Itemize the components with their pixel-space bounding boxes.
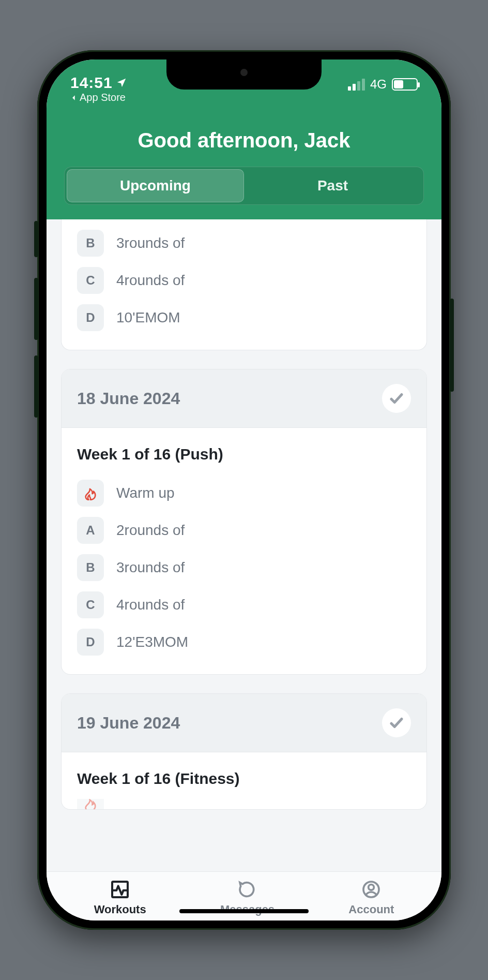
workout-list[interactable]: B 3rounds of C 4rounds of D 10'EMOM [47, 219, 441, 871]
workout-title: Week 1 of 16 (Fitness) [77, 770, 411, 788]
device-notch [166, 60, 322, 90]
volume-up-button [34, 278, 38, 340]
workout-block-row[interactable]: A 2rounds of [77, 512, 411, 549]
block-label: 3rounds of [116, 235, 185, 251]
block-label: 10'EMOM [116, 309, 180, 326]
signal-icon [348, 79, 365, 91]
location-icon [116, 77, 127, 88]
workout-block-row[interactable]: B 3rounds of [77, 549, 411, 586]
tab-upcoming[interactable]: Upcoming [67, 169, 244, 202]
block-badge: B [77, 230, 104, 257]
clock-text: 14:51 [70, 74, 113, 92]
block-badge: C [77, 267, 104, 294]
workout-block-row[interactable]: B 3rounds of [77, 225, 411, 262]
block-label: 3rounds of [116, 559, 185, 576]
workout-date: 19 June 2024 [77, 714, 180, 733]
nav-label: Workouts [94, 903, 146, 916]
workout-block-row[interactable]: Warm up [77, 474, 411, 512]
svg-point-2 [369, 885, 374, 890]
workout-date: 18 June 2024 [77, 389, 180, 408]
workout-card-header: 18 June 2024 [62, 369, 426, 428]
block-badge: A [77, 517, 104, 544]
status-time: 14:51 [70, 74, 127, 92]
block-badge: C [77, 591, 104, 618]
workout-card[interactable]: 18 June 2024 Week 1 of 16 (Push) Warm up [61, 369, 427, 675]
home-indicator[interactable] [179, 909, 309, 913]
complete-toggle[interactable] [382, 384, 411, 413]
workout-card-header: 19 June 2024 [62, 694, 426, 752]
battery-icon [392, 78, 418, 91]
back-to-app[interactable]: App Store [70, 92, 127, 103]
power-button [450, 299, 454, 392]
block-label: 4rounds of [116, 272, 185, 289]
workout-title: Week 1 of 16 (Push) [77, 446, 411, 463]
chevron-left-icon [70, 94, 78, 101]
activity-icon [110, 879, 130, 900]
flame-icon [77, 480, 104, 507]
complete-toggle[interactable] [382, 708, 411, 737]
nav-workouts[interactable]: Workouts [94, 879, 146, 916]
greeting-title: Good afternoon, Jack [47, 105, 441, 167]
block-label: 2rounds of [116, 522, 185, 539]
tab-past[interactable]: Past [244, 169, 421, 202]
nav-label: Account [348, 903, 394, 916]
check-icon [389, 391, 404, 406]
block-label: 12'E3MOM [116, 634, 188, 650]
network-label: 4G [370, 77, 387, 92]
nav-account[interactable]: Account [348, 879, 394, 916]
block-label: Warm up [116, 485, 175, 501]
volume-down-button [34, 355, 38, 418]
chat-icon [237, 879, 258, 900]
workout-block-row[interactable]: C 4rounds of [77, 262, 411, 299]
segmented-control: Upcoming Past [64, 167, 424, 205]
side-button [34, 221, 38, 257]
workout-block-row[interactable]: D 10'EMOM [77, 299, 411, 336]
block-badge: D [77, 304, 104, 331]
workout-block-row[interactable] [77, 799, 411, 809]
workout-card[interactable]: 19 June 2024 Week 1 of 16 (Fitness) [61, 693, 427, 810]
flame-icon [77, 799, 104, 809]
user-icon [361, 879, 382, 900]
block-badge: B [77, 554, 104, 581]
block-label: 4rounds of [116, 597, 185, 613]
workout-block-row[interactable]: C 4rounds of [77, 586, 411, 623]
workout-block-row[interactable]: D 12'E3MOM [77, 623, 411, 661]
back-app-label: App Store [80, 92, 126, 103]
phone-frame: 14:51 App Store 4G [37, 50, 451, 930]
block-badge: D [77, 629, 104, 656]
check-icon [389, 715, 404, 731]
workout-card[interactable]: B 3rounds of C 4rounds of D 10'EMOM [61, 219, 427, 350]
